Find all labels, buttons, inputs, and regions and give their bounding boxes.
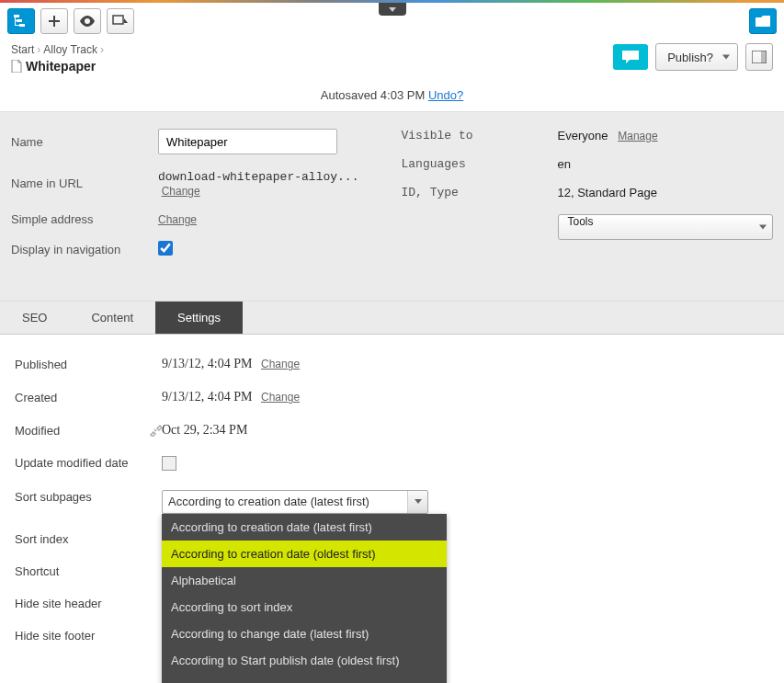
url-label: Name in URL — [11, 176, 158, 190]
url-value: download-whitepaper-alloy... — [158, 170, 358, 184]
visible-to-label: Visible to — [402, 129, 558, 142]
name-input[interactable] — [158, 129, 337, 154]
chevron-down-icon — [407, 491, 427, 513]
assets-button[interactable] — [749, 8, 777, 34]
comments-button[interactable] — [613, 44, 648, 70]
sort-dropdown-list: According to creation date (latest first… — [162, 514, 447, 683]
chevron-down-icon — [722, 55, 730, 60]
breadcrumb-item[interactable]: Alloy Track — [43, 43, 97, 56]
shortcut-label: Shortcut — [15, 564, 162, 578]
properties-section: Name Name in URL download-whitepaper-all… — [0, 111, 784, 302]
svg-rect-8 — [113, 16, 123, 24]
modified-value: Oct 29, 2:34 PM — [162, 423, 247, 438]
idtype-label: ID, Type — [402, 186, 558, 199]
svg-rect-7 — [49, 20, 60, 22]
tools-button[interactable]: Tools — [558, 214, 774, 240]
svg-rect-5 — [15, 25, 20, 26]
tab-settings[interactable]: Settings — [155, 302, 243, 334]
update-modified-label: Update modified date — [15, 456, 162, 472]
update-modified-checkbox[interactable] — [162, 456, 176, 471]
manage-link[interactable]: Manage — [618, 130, 657, 142]
simple-address-change-link[interactable]: Change — [158, 213, 197, 226]
page-title: Whitepaper — [11, 59, 104, 74]
svg-rect-4 — [15, 20, 17, 21]
simple-address-label: Simple address — [11, 212, 158, 226]
tab-content[interactable]: Content — [69, 302, 155, 334]
add-button[interactable] — [40, 8, 68, 34]
chevron-right-icon: › — [37, 43, 40, 56]
sort-option[interactable]: According to creation date (oldest first… — [162, 541, 447, 567]
hide-footer-label: Hide site footer — [15, 629, 162, 643]
display-nav-checkbox[interactable] — [158, 241, 173, 256]
sort-option[interactable]: Alphabetical — [162, 567, 447, 594]
publish-button[interactable]: Publish? — [655, 43, 738, 71]
settings-panel: Published 9/13/12, 4:04 PM Change Create… — [0, 335, 784, 683]
breadcrumb: Start › Alloy Track › — [11, 43, 104, 56]
tools-icon — [149, 424, 162, 437]
compare-button[interactable] — [107, 8, 134, 34]
published-change-link[interactable]: Change — [261, 358, 300, 370]
sort-option[interactable]: According to Start publish date (oldest … — [162, 647, 447, 674]
top-expand-tab[interactable] — [379, 3, 406, 16]
name-label: Name — [11, 135, 158, 149]
page-icon — [11, 60, 22, 73]
display-nav-label: Display in navigation — [11, 243, 158, 256]
visible-to-value: Everyone — [558, 129, 608, 142]
idtype-value: 12, Standard Page — [558, 186, 774, 199]
sort-option[interactable]: According to creation date (latest first… — [162, 514, 447, 541]
preview-button[interactable] — [74, 8, 101, 34]
autosave-status: Autosaved 4:03 PM Undo? — [0, 83, 784, 111]
svg-rect-0 — [14, 15, 19, 17]
languages-label: Languages — [402, 157, 558, 171]
sort-option[interactable]: According to change date (latest first) — [162, 620, 447, 647]
languages-value: en — [558, 157, 774, 171]
panel-toggle-button[interactable] — [745, 43, 773, 71]
created-change-link[interactable]: Change — [261, 391, 300, 404]
created-label: Created — [15, 391, 162, 404]
svg-rect-10 — [761, 51, 767, 63]
published-value: 9/13/12, 4:04 PM — [162, 357, 252, 370]
sort-index-label: Sort index — [15, 532, 162, 546]
sort-subpages-dropdown[interactable]: According to creation date (latest first… — [162, 490, 428, 514]
chevron-right-icon: › — [100, 43, 104, 56]
tab-seo[interactable]: SEO — [0, 302, 69, 334]
chevron-down-icon — [759, 225, 767, 230]
sort-option[interactable]: According to Start publish date (latest … — [162, 674, 447, 683]
breadcrumb-row: Start › Alloy Track › Whitepaper Publish… — [0, 40, 784, 83]
modified-label: Modified — [15, 424, 162, 438]
tree-button[interactable] — [7, 8, 35, 34]
hide-header-label: Hide site header — [15, 597, 162, 610]
url-change-link[interactable]: Change — [162, 185, 200, 198]
sort-subpages-label: Sort subpages — [15, 490, 162, 504]
undo-link[interactable]: Undo? — [428, 88, 463, 102]
created-value: 9/13/12, 4:04 PM — [162, 390, 252, 404]
published-label: Published — [15, 358, 162, 371]
breadcrumb-item[interactable]: Start — [11, 43, 34, 56]
tabs: SEO Content Settings — [0, 302, 784, 335]
sort-option[interactable]: According to sort index — [162, 594, 447, 620]
